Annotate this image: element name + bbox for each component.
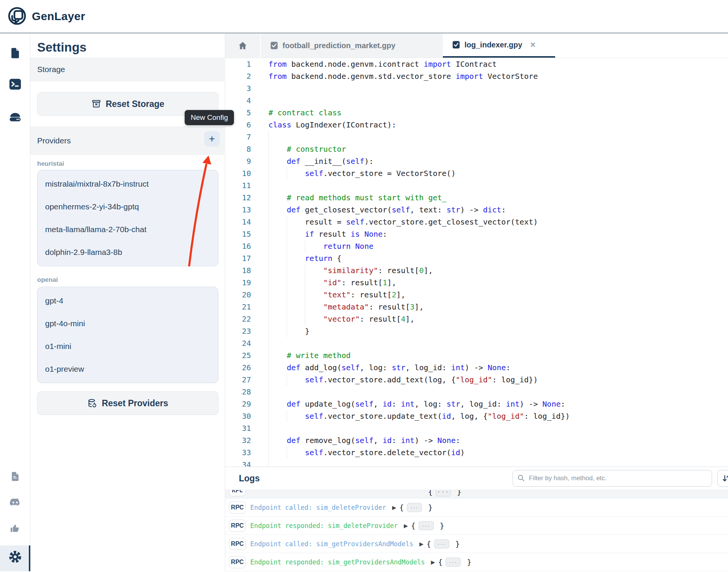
logs-filter-input[interactable] (513, 470, 712, 487)
code-line: 8 # constructor (225, 143, 728, 155)
search-icon (517, 474, 525, 482)
line-number: 14 (225, 216, 255, 228)
line-number: 34 (225, 459, 255, 467)
indent-guide (268, 277, 269, 289)
provider-group-label: heuristai (37, 160, 64, 168)
indent-guide (287, 313, 287, 325)
close-tab-icon[interactable]: × (530, 40, 535, 49)
indent-guide (268, 192, 269, 204)
provider-model-item[interactable]: o1-preview (38, 358, 218, 380)
brace-close: } (428, 503, 433, 512)
tab-football-prediction-market[interactable]: football_prediction_market.gpy (261, 33, 443, 58)
add-provider-button[interactable]: + (204, 131, 220, 146)
log-rows: RPCEndpoint called: sim_deleteProvider▶{… (225, 498, 728, 571)
expand-row-icon[interactable]: ▶ (431, 559, 435, 565)
code-line: 18 "similarity": result[0], (225, 264, 728, 277)
indent-guide (268, 410, 269, 422)
provider-model-item[interactable]: gpt-4o-mini (38, 312, 218, 335)
indent-guide (305, 301, 305, 313)
indent-guide (268, 301, 269, 313)
code-line: 10 self.vector_store = VectorStore() (225, 167, 728, 179)
providers-label: Providers (37, 136, 71, 145)
tab-label: football_prediction_market.gpy (282, 41, 395, 50)
line-number: 25 (225, 349, 255, 361)
new-config-tooltip: New Config (185, 110, 234, 125)
indent-guide (287, 264, 287, 277)
code-line: 13 def get_closest_vector(self, text: st… (225, 204, 728, 216)
gear-icon[interactable] (0, 547, 30, 567)
line-number: 22 (225, 313, 255, 325)
indent-guide (268, 143, 269, 155)
indent-guide (268, 337, 269, 349)
line-number: 20 (225, 289, 255, 301)
thumbs-up-icon[interactable] (0, 519, 30, 538)
code-line: 29 def update_log(self, id: int, log: st… (225, 398, 728, 410)
indent-guide (268, 434, 269, 446)
provider-model-item[interactable]: openhermes-2-yi-34b-gptq (38, 195, 218, 218)
indent-guide (305, 289, 305, 301)
log-message: Endpoint called: sim_getProvidersAndMode… (250, 540, 413, 548)
terminal-icon[interactable] (0, 74, 30, 94)
indent-guide (287, 240, 287, 252)
code-editor[interactable]: 1from backend.node.genvm.icontract impor… (225, 58, 728, 467)
provider-model-item[interactable]: mistralai/mixtral-8x7b-instruct (38, 173, 218, 195)
indent-guide (287, 216, 287, 228)
line-number: 26 (225, 361, 255, 374)
settings-panel: Settings Storage Reset Storage Providers… (30, 33, 225, 571)
provider-model-item[interactable]: dolphin-2.9-llama3-8b (38, 241, 218, 264)
expand-json-chip[interactable]: ··· (446, 558, 461, 567)
expand-json-chip[interactable]: ··· (419, 521, 434, 530)
line-number: 17 (225, 252, 255, 264)
expand-row-icon[interactable]: ▶ (392, 504, 396, 511)
code-line: 32 def remove_log(self, id: int) -> None… (225, 434, 728, 446)
code-line: 20 "text": result[2], (225, 289, 728, 301)
line-number: 1 (225, 58, 255, 70)
indent-guide (287, 228, 287, 240)
log-message: Endpoint called: sim_deleteProvider (250, 504, 386, 511)
expand-json-chip[interactable]: ··· (436, 490, 451, 497)
expand-json-chip[interactable]: ··· (434, 539, 449, 548)
storage-drive-icon[interactable] (0, 107, 30, 126)
provider-model-item[interactable]: o1-mini (38, 335, 218, 358)
code-line: 30 self.vector_store.update_text(id, log… (225, 410, 728, 422)
code-line: 26 def add_log(self, log: str, log_id: i… (225, 361, 728, 374)
logs-title: Logs (239, 473, 260, 484)
reset-storage-label: Reset Storage (106, 99, 165, 109)
line-number: 13 (225, 204, 255, 216)
indent-guide (305, 313, 305, 325)
sort-logs-button[interactable] (717, 470, 728, 487)
expand-json-chip[interactable]: ··· (407, 503, 422, 512)
code-line: 14 result = self.vector_store.get_closes… (225, 216, 728, 228)
indent-guide (287, 446, 287, 459)
storage-section-header: Storage (30, 58, 225, 81)
code-line: 28 (225, 386, 728, 398)
provider-group-label: openai (37, 276, 58, 284)
home-tab-button[interactable] (225, 33, 260, 58)
indent-guide (268, 422, 269, 434)
line-number: 10 (225, 167, 255, 179)
provider-model-item[interactable]: gpt-4 (38, 289, 218, 312)
file-check-icon (452, 41, 460, 49)
code-line: 3 (225, 82, 728, 94)
indent-guide (268, 204, 269, 216)
docs-icon[interactable] (0, 467, 30, 486)
expand-row-icon[interactable]: ▶ (419, 541, 424, 547)
code-line: 25 # write method (225, 349, 728, 361)
indent-guide (287, 289, 287, 301)
indent-guide (287, 301, 287, 313)
reset-providers-button[interactable]: Reset Providers (37, 391, 218, 415)
contracts-file-icon[interactable] (0, 43, 30, 63)
rpc-badge: RPC (229, 490, 246, 496)
code-line: 6class LogIndexer(IContract): (225, 119, 728, 131)
provider-model-item[interactable]: meta-llama/llama-2-70b-chat (38, 218, 218, 241)
expand-row-icon[interactable]: ▶ (404, 523, 408, 529)
indent-guide (268, 313, 269, 325)
line-number: 31 (225, 422, 255, 434)
line-number: 27 (225, 374, 255, 386)
discord-icon[interactable] (0, 493, 30, 512)
tab-log-indexer[interactable]: log_indexer.gpy × (443, 33, 555, 58)
code-line: 11 (225, 179, 728, 192)
line-number: 11 (225, 179, 255, 192)
brace-open: { (411, 521, 416, 530)
indent-guide (268, 264, 269, 277)
